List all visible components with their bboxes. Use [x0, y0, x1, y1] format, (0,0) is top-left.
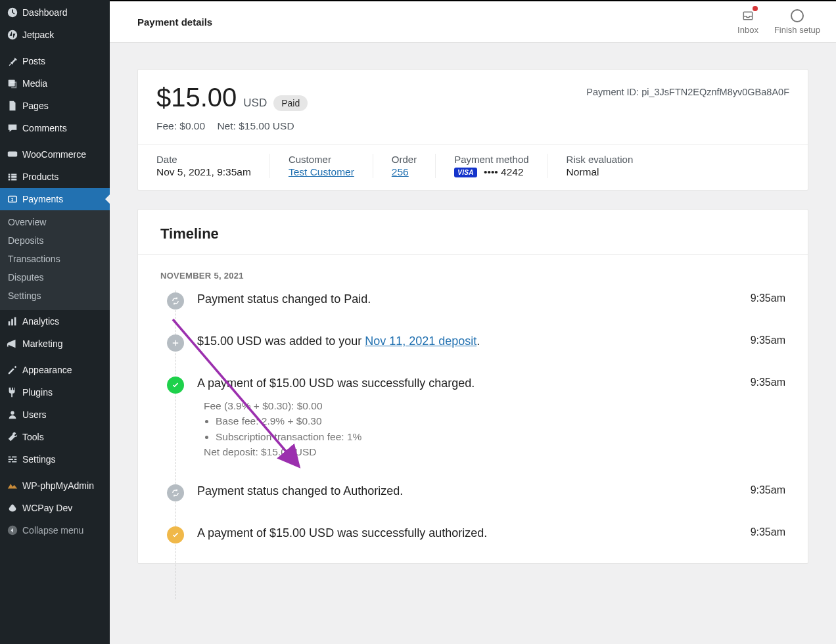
sidebar-item-appearance[interactable]: Appearance — [0, 359, 110, 381]
payment-summary-card: $15.00 USD Paid Fee: $0.00 Net: $15.00 U… — [137, 69, 808, 191]
timeline-text: Payment status changed to Paid. — [197, 292, 737, 306]
timeline-text: A payment of $15.00 USD was successfully… — [197, 377, 737, 390]
appearance-icon — [7, 364, 22, 376]
sidebar-item-users[interactable]: Users — [0, 403, 110, 426]
sidebar-item-comments[interactable]: Comments — [0, 117, 110, 139]
svg-rect-4 — [9, 321, 11, 325]
date-value: Nov 5, 2021, 9:35am — [156, 166, 251, 178]
payment-method-value: VISA •••• 4242 — [454, 166, 528, 178]
sidebar-item-label: WooCommerce — [22, 149, 103, 160]
timeline-text: $15.00 USD was added to your Nov 11, 202… — [197, 334, 737, 348]
sidebar-item-phpmyadmin[interactable]: WP-phpMyAdmin — [0, 474, 110, 497]
sidebar-item-media[interactable]: Media — [0, 72, 110, 95]
analytics-icon — [7, 315, 22, 327]
timeline-time: 9:35am — [751, 377, 785, 388]
sidebar-item-label: Pages — [22, 101, 103, 111]
svg-rect-5 — [11, 319, 13, 325]
sidebar-item-pages[interactable]: Pages — [0, 95, 110, 117]
timeline-time: 9:35am — [751, 334, 785, 346]
circle-icon — [791, 9, 804, 22]
status-badge: Paid — [273, 95, 308, 111]
sync-icon — [167, 484, 184, 501]
plus-icon — [167, 334, 184, 352]
svg-point-7 — [11, 411, 14, 415]
topbar: Payment details Inbox Finish setup — [110, 1, 836, 43]
wcpaydev-icon — [7, 502, 22, 514]
sidebar-item-posts[interactable]: Posts — [0, 50, 110, 72]
comments-icon — [7, 122, 22, 134]
content-scroll[interactable]: $15.00 USD Paid Fee: $0.00 Net: $15.00 U… — [110, 43, 836, 644]
sidebar-sub-overview[interactable]: Overview — [0, 213, 110, 231]
sidebar-item-label: WCPay Dev — [22, 503, 103, 513]
finish-setup-label: Finish setup — [774, 25, 820, 35]
svg-rect-6 — [14, 317, 16, 326]
sidebar-item-label: Comments — [22, 123, 103, 133]
order-label: Order — [392, 154, 417, 165]
sidebar-item-tools[interactable]: Tools — [0, 426, 110, 448]
sidebar-item-jetpack[interactable]: Jetpack — [0, 24, 110, 46]
inbox-button[interactable]: Inbox — [737, 9, 758, 35]
finish-setup-button[interactable]: Finish setup — [774, 9, 820, 35]
sidebar-sub-deposits[interactable]: Deposits — [0, 231, 110, 250]
timeline-time: 9:35am — [751, 526, 785, 538]
phpmyadmin-icon — [7, 480, 22, 492]
timeline-text: Payment status changed to Authorized. — [197, 484, 737, 498]
sidebar-item-analytics[interactable]: Analytics — [0, 310, 110, 333]
sidebar-item-label: Settings — [22, 454, 103, 465]
sidebar-item-label: Tools — [22, 432, 103, 442]
timeline-fee-details: Fee (3.9% + $0.30): $0.00 Base fee: 2.9%… — [204, 398, 737, 459]
sidebar-item-label: Marketing — [22, 338, 103, 349]
dashboard-icon — [7, 7, 22, 18]
sidebar-item-dashboard[interactable]: Dashboard — [0, 1, 110, 24]
page-title: Payment details — [137, 16, 212, 28]
timeline-date-group: NOVEMBER 5, 2021 — [160, 271, 785, 281]
sidebar-item-woocommerce[interactable]: WooCommerce — [0, 143, 110, 166]
sidebar-item-marketing[interactable]: Marketing — [0, 333, 110, 355]
sidebar-sub-disputes[interactable]: Disputes — [0, 268, 110, 287]
svg-rect-2 — [8, 152, 17, 157]
products-icon — [7, 171, 22, 183]
inbox-icon — [741, 9, 755, 23]
jetpack-icon — [7, 29, 22, 41]
timeline-item: Payment status changed to Paid. 9:35am — [160, 292, 785, 310]
pages-icon — [7, 100, 22, 112]
deposit-link[interactable]: Nov 11, 2021 deposit — [365, 334, 476, 348]
collapse-icon — [7, 524, 22, 536]
sidebar-item-label: Payments — [22, 194, 103, 204]
timeline-text: A payment of $15.00 USD was successfully… — [197, 526, 737, 540]
risk-value: Normal — [567, 166, 634, 178]
check-icon — [167, 526, 184, 543]
customer-link[interactable]: Test Customer — [289, 166, 354, 177]
order-link[interactable]: 256 — [392, 166, 409, 177]
main-area: Payment details Inbox Finish setup $15.0… — [110, 0, 836, 644]
timeline-card: Timeline NOVEMBER 5, 2021 Payment status… — [137, 209, 808, 564]
notification-dot-icon — [753, 6, 758, 11]
timeline-time: 9:35am — [751, 484, 785, 496]
sidebar-item-payments[interactable]: Payments — [0, 188, 110, 210]
sidebar-sub-transactions[interactable]: Transactions — [0, 250, 110, 268]
sidebar-item-label: Products — [22, 172, 103, 182]
timeline-item: $15.00 USD was added to your Nov 11, 202… — [160, 334, 785, 352]
payment-method-label: Payment method — [454, 154, 528, 165]
sidebar-item-label: Dashboard — [22, 7, 103, 18]
marketing-icon — [7, 338, 22, 350]
sidebar-item-label: Plugins — [22, 387, 103, 398]
admin-sidebar: Dashboard Jetpack Posts Media Pages Comm… — [0, 0, 110, 644]
payment-currency: USD — [243, 97, 267, 110]
sidebar-item-plugins[interactable]: Plugins — [0, 381, 110, 403]
sidebar-sub-settings[interactable]: Settings — [0, 287, 110, 305]
timeline-item: A payment of $15.00 USD was successfully… — [160, 377, 785, 459]
timeline-heading: Timeline — [138, 210, 808, 254]
fee-label: Fee: $0.00 — [156, 120, 205, 131]
sidebar-item-settings[interactable]: Settings — [0, 448, 110, 471]
payment-id: Payment ID: pi_3JsFTN2EQznfM8yv0GBa8A0F — [586, 87, 789, 97]
users-icon — [7, 409, 22, 421]
svg-rect-1 — [9, 80, 15, 87]
timeline-item: A payment of $15.00 USD was successfully… — [160, 526, 785, 543]
check-icon — [167, 377, 184, 394]
timeline-item: Payment status changed to Authorized. 9:… — [160, 484, 785, 501]
sidebar-item-label: Media — [22, 78, 103, 89]
sidebar-collapse[interactable]: Collapse menu — [0, 519, 110, 541]
sidebar-item-wcpaydev[interactable]: WCPay Dev — [0, 497, 110, 519]
sidebar-item-products[interactable]: Products — [0, 166, 110, 188]
